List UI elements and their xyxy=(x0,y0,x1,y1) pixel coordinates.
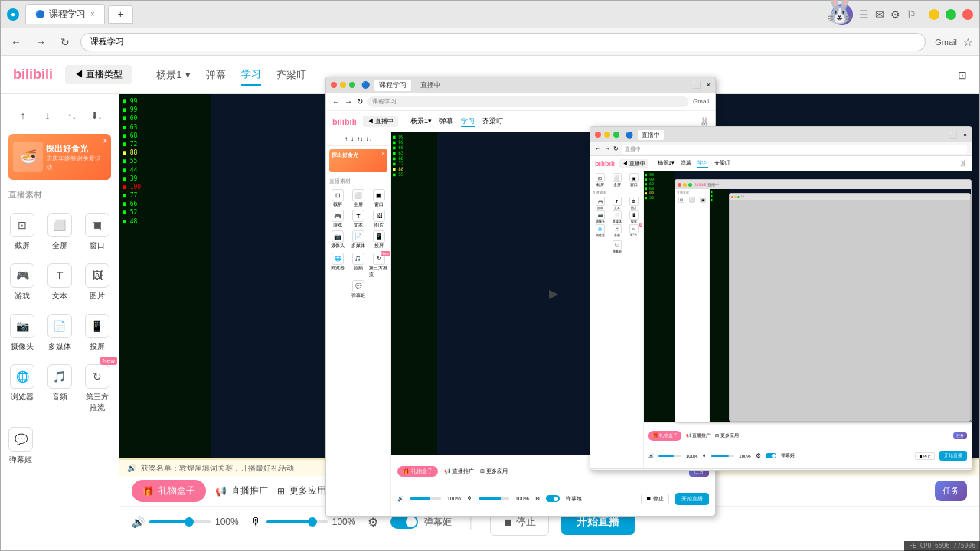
second-stop-btn[interactable]: ⏹ 停止 xyxy=(641,494,669,504)
source-text[interactable]: T 文本 xyxy=(43,259,77,306)
third-promo-btn[interactable]: 📢 直播推广 xyxy=(686,432,711,439)
sort-up-button[interactable]: ↑ xyxy=(14,106,32,125)
second-src-browser[interactable]: 🌐浏览器 xyxy=(328,253,348,279)
bookmark-icon[interactable]: ☆ xyxy=(963,36,973,48)
second-refresh-btn[interactable]: ↻ xyxy=(357,97,363,106)
volume-slider[interactable] xyxy=(149,520,211,523)
third-ref[interactable]: ↻ xyxy=(613,145,619,152)
source-projection[interactable]: 📱 投屏 xyxy=(80,309,114,357)
third-vol-slider[interactable] xyxy=(658,455,681,457)
third-src-full[interactable]: ⬜全屏 xyxy=(609,173,625,187)
source-fullscreen[interactable]: ⬜ 全屏 xyxy=(43,208,77,256)
second-sort-dl[interactable]: ↓↓ xyxy=(366,135,372,142)
third-src-3rd[interactable]: ↻第三方N xyxy=(626,224,642,237)
mic-slider[interactable] xyxy=(266,520,328,523)
second-sort-up[interactable]: ↑ xyxy=(345,135,348,142)
third-maximize-icon[interactable]: ⬜ xyxy=(949,132,957,139)
l4-min[interactable] xyxy=(683,183,687,187)
source-game[interactable]: 🎮 游戏 xyxy=(5,259,40,306)
l4-max[interactable] xyxy=(688,183,692,187)
third-src-brow[interactable]: 🌐浏览器 xyxy=(592,224,608,237)
sort-down-button[interactable]: ↓ xyxy=(38,106,57,125)
third-more-btn[interactable]: ⊞ 更多应用 xyxy=(715,432,739,439)
third-src-cam[interactable]: 📷摄像头 xyxy=(592,210,608,223)
bili-tab-study[interactable]: 学习 xyxy=(241,64,261,86)
mail-icon[interactable]: ✉ xyxy=(875,8,884,21)
sort-up2-button[interactable]: ↑↓ xyxy=(63,106,81,125)
close-button[interactable] xyxy=(962,9,973,20)
second-tab-dm[interactable]: 弹幕 xyxy=(439,116,453,127)
source-window[interactable]: ▣ 窗口 xyxy=(80,208,114,256)
third-max-dot[interactable] xyxy=(613,132,619,138)
second-settings[interactable]: ⚙ xyxy=(535,496,540,502)
mic-icon[interactable]: 🎙 xyxy=(251,516,262,528)
source-danmaku[interactable]: 💬 弹幕姬 xyxy=(5,422,36,470)
third-tab-dm[interactable]: 弹幕 xyxy=(681,159,691,168)
promo-button[interactable]: 📢 直播推广 xyxy=(215,484,268,497)
second-src-camera[interactable]: 📷摄像头 xyxy=(328,230,348,249)
second-address-bar[interactable]: 课程学习 xyxy=(368,96,688,107)
second-tab-q[interactable]: 齐梁叮 xyxy=(482,116,503,127)
third-src-text[interactable]: T文本 xyxy=(609,197,625,210)
minimize-button[interactable] xyxy=(929,9,939,20)
third-tab[interactable]: 直播中 xyxy=(638,130,664,140)
source-media[interactable]: 📄 多媒体 xyxy=(43,309,77,357)
third-tab-study[interactable]: 学习 xyxy=(697,159,708,168)
third-start-btn[interactable]: 开始直播 xyxy=(939,451,967,461)
second-mic-slider[interactable] xyxy=(479,497,509,500)
back-button[interactable]: ← xyxy=(7,33,25,51)
second-tab-study[interactable]: 学习 xyxy=(461,116,475,127)
second-start-btn[interactable]: 开始直播 xyxy=(675,493,709,505)
second-max-dot[interactable] xyxy=(349,82,355,88)
third-mission-btn[interactable]: 任务 xyxy=(953,432,967,439)
third-src-med[interactable]: 📄多媒体 xyxy=(609,210,625,223)
third-fwd[interactable]: → xyxy=(604,145,610,152)
share-icon[interactable]: ⚐ xyxy=(906,8,916,21)
second-src-window[interactable]: ▣窗口 xyxy=(369,189,388,208)
second-maximize-icon[interactable]: ⬜ xyxy=(692,81,701,89)
second-src-image[interactable]: 🖼图片 xyxy=(369,210,388,229)
second-src-audio[interactable]: 🎵音频 xyxy=(349,253,368,279)
second-src-third[interactable]: ↻第三方推流New xyxy=(369,253,388,279)
second-src-text[interactable]: T文本 xyxy=(349,210,368,229)
second-src-game[interactable]: 🎮游戏 xyxy=(328,210,348,229)
second-back-btn[interactable]: ← xyxy=(332,97,340,106)
bili-tab-scene1[interactable]: 杨景1 ▾ xyxy=(156,64,190,86)
second-min-dot[interactable] xyxy=(340,82,346,88)
third-addr[interactable]: 直播中 xyxy=(622,145,967,154)
second-close-icon[interactable]: × xyxy=(707,81,710,89)
ad-close-button[interactable]: × xyxy=(103,135,108,146)
second-sort-ul[interactable]: ↑↓ xyxy=(357,135,363,142)
tab-close-course[interactable]: × xyxy=(90,10,95,18)
second-fwd-btn[interactable]: → xyxy=(345,97,352,106)
gift-button[interactable]: 🎁 礼物盒子 xyxy=(132,480,206,502)
share-icon-bili[interactable]: ⊡ xyxy=(958,69,967,81)
second-close-dot[interactable] xyxy=(331,82,337,88)
third-src-aud[interactable]: 🎵音频 xyxy=(609,224,625,237)
mission-button[interactable]: 任务 xyxy=(935,481,967,501)
source-third-party[interactable]: ↻ 第三方推流 xyxy=(80,360,114,418)
refresh-button[interactable]: ↻ xyxy=(56,33,74,51)
second-sort-down[interactable]: ↓ xyxy=(351,135,354,142)
bili-tab-danmaku[interactable]: 弹幕 xyxy=(206,64,226,86)
third-close-dot[interactable] xyxy=(595,132,601,138)
forward-button[interactable]: → xyxy=(31,33,50,51)
third-tab-q[interactable]: 齐梁叮 xyxy=(714,159,730,168)
second-vol-slider[interactable] xyxy=(410,497,441,500)
settings-btn[interactable]: ⚙ xyxy=(368,515,378,530)
second-promo-btn[interactable]: 📢 直播推广 xyxy=(444,468,474,475)
third-danmaku-toggle[interactable] xyxy=(766,453,776,458)
second-src-full[interactable]: ⬜全屏 xyxy=(349,189,368,208)
second-src-screenshot[interactable]: ⊡截屏 xyxy=(328,189,348,208)
source-screenshot[interactable]: ⊡ 截屏 xyxy=(5,208,40,256)
second-ad-close[interactable]: × xyxy=(381,150,385,157)
source-image[interactable]: 🖼 图片 xyxy=(80,259,114,306)
third-src-img[interactable]: 🖼图片 xyxy=(626,197,642,210)
second-tab1[interactable]: 课程学习 xyxy=(374,80,411,91)
danmaku-switch[interactable] xyxy=(390,515,418,529)
third-tab-scene[interactable]: 杨景1▾ xyxy=(658,159,675,168)
l4-close[interactable] xyxy=(678,183,681,187)
third-gift-btn[interactable]: 🎁 礼物盒子 xyxy=(648,431,681,441)
second-gift-btn[interactable]: 🎁 礼物盒子 xyxy=(397,466,438,477)
source-audio[interactable]: 🎵 音频 xyxy=(43,360,77,418)
